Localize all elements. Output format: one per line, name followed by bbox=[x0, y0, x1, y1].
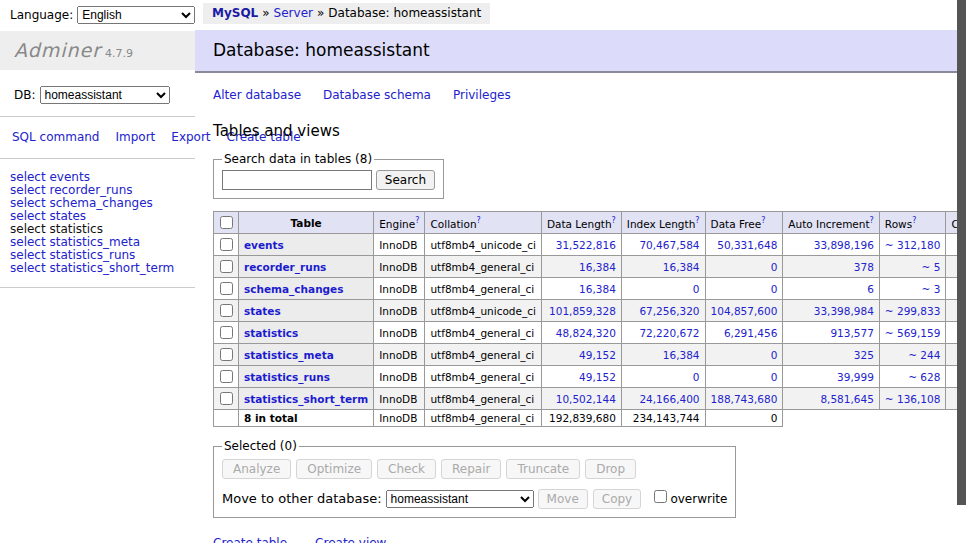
optimize-button[interactable]: Optimize bbox=[296, 459, 372, 479]
column-header-collation: Collation? bbox=[425, 212, 541, 234]
content: Alter databaseDatabase schemaPrivileges … bbox=[195, 88, 957, 543]
move-button[interactable]: Move bbox=[538, 489, 588, 509]
collation-cell: utf8mb4_general_ci bbox=[425, 344, 541, 366]
index-length-cell: 72,220,672 bbox=[621, 322, 705, 344]
auto-increment-cell: 325 bbox=[783, 344, 880, 366]
column-help-link[interactable]: ? bbox=[415, 216, 419, 225]
row-select-cell bbox=[214, 366, 239, 388]
link-privileges[interactable]: Privileges bbox=[453, 88, 511, 102]
truncate-button[interactable]: Truncate bbox=[506, 459, 580, 479]
repair-button[interactable]: Repair bbox=[441, 459, 501, 479]
total-engine-cell: InnoDB bbox=[374, 410, 425, 427]
table-link-states[interactable]: states bbox=[244, 305, 281, 317]
link-create-view[interactable]: Create view bbox=[315, 536, 386, 543]
overwrite-checkbox[interactable] bbox=[654, 490, 667, 503]
table-row-events: eventsInnoDButf8mb4_unicode_ci31,522,816… bbox=[214, 234, 966, 256]
engine-cell: InnoDB bbox=[374, 388, 425, 410]
column-help-link[interactable]: ? bbox=[695, 216, 699, 225]
column-header-engine: Engine? bbox=[374, 212, 425, 234]
copy-button[interactable]: Copy bbox=[593, 489, 641, 509]
column-help-link[interactable]: ? bbox=[870, 216, 874, 225]
row-checkbox-statistics_short_term[interactable] bbox=[220, 392, 233, 405]
table-name-cell: events bbox=[239, 234, 374, 256]
total-collation-cell: utf8mb4_general_ci bbox=[425, 410, 541, 427]
total-data-length-cell: 192,839,680 bbox=[541, 410, 621, 427]
index-length-cell: 24,166,400 bbox=[621, 388, 705, 410]
tables-overview-table: TableEngine?Collation?Data Length?Index … bbox=[213, 211, 966, 427]
column-help-link[interactable]: ? bbox=[477, 216, 481, 225]
table-row-statistics_short_term: statistics_short_termInnoDButf8mb4_gener… bbox=[214, 388, 966, 410]
link-create-table[interactable]: Create table bbox=[213, 536, 287, 543]
row-select-cell bbox=[214, 344, 239, 366]
page-title-bar: Database: homeassistant bbox=[195, 30, 957, 73]
table-total-row: 8 in totalInnoDButf8mb4_general_ci192,83… bbox=[214, 410, 966, 427]
index-length-cell: 0 bbox=[621, 278, 705, 300]
overwrite-option: overwrite bbox=[650, 492, 727, 506]
vertical-scrollbar[interactable] bbox=[957, 0, 966, 543]
search-input[interactable] bbox=[222, 170, 372, 190]
table-link-statistics_runs[interactable]: statistics_runs bbox=[244, 371, 330, 383]
sidebar-link-sql-command[interactable]: SQL command bbox=[12, 130, 99, 144]
table-link-events[interactable]: events bbox=[244, 239, 284, 251]
row-checkbox-states[interactable] bbox=[220, 304, 233, 317]
data-length-cell: 49,152 bbox=[541, 366, 621, 388]
sidebar-select-statistics_short_term[interactable]: select statistics_short_term bbox=[10, 262, 195, 275]
selected-fieldset: Selected (0) AnalyzeOptimizeCheckRepairT… bbox=[213, 439, 736, 518]
column-help-link[interactable]: ? bbox=[761, 216, 765, 225]
table-link-statistics_short_term[interactable]: statistics_short_term bbox=[244, 393, 368, 405]
drop-button[interactable]: Drop bbox=[585, 459, 636, 479]
search-fieldset: Search data in tables (8) Search bbox=[213, 152, 444, 199]
table-link-schema_changes[interactable]: schema_changes bbox=[244, 283, 344, 295]
table-row-recorder_runs: recorder_runsInnoDButf8mb4_general_ci16,… bbox=[214, 256, 966, 278]
link-database-schema[interactable]: Database schema bbox=[323, 88, 431, 102]
column-header-rows: Rows? bbox=[879, 212, 946, 234]
data-free-cell: 0 bbox=[705, 256, 783, 278]
row-select-cell bbox=[214, 256, 239, 278]
table-row-statistics_meta: statistics_metaInnoDButf8mb4_general_ci4… bbox=[214, 344, 966, 366]
move-db-select[interactable]: homeassistant bbox=[386, 490, 534, 508]
sidebar-link-import[interactable]: Import bbox=[115, 130, 155, 144]
row-checkbox-statistics_meta[interactable] bbox=[220, 348, 233, 361]
table-link-recorder_runs[interactable]: recorder_runs bbox=[244, 261, 326, 273]
language-select[interactable]: English bbox=[77, 6, 195, 24]
column-help-link[interactable]: ? bbox=[612, 216, 616, 225]
engine-cell: InnoDB bbox=[374, 256, 425, 278]
table-link-statistics_meta[interactable]: statistics_meta bbox=[244, 349, 334, 361]
search-legend: Search data in tables (8) bbox=[222, 152, 374, 166]
row-checkbox-statistics_runs[interactable] bbox=[220, 370, 233, 383]
column-header-label: Table bbox=[291, 217, 322, 229]
link-alter-database[interactable]: Alter database bbox=[213, 88, 301, 102]
rows-count-cell: ~ 628 bbox=[879, 366, 946, 388]
database-action-links: Alter databaseDatabase schemaPrivileges bbox=[213, 88, 957, 102]
table-link-statistics[interactable]: statistics bbox=[244, 327, 298, 339]
row-select-cell bbox=[214, 300, 239, 322]
analyze-button[interactable]: Analyze bbox=[222, 459, 291, 479]
data-length-cell: 10,502,144 bbox=[541, 388, 621, 410]
select-all-checkbox[interactable] bbox=[220, 216, 233, 229]
column-help-link[interactable]: ? bbox=[912, 216, 916, 225]
row-checkbox-schema_changes[interactable] bbox=[220, 282, 233, 295]
collation-cell: utf8mb4_general_ci bbox=[425, 256, 541, 278]
row-checkbox-statistics[interactable] bbox=[220, 326, 233, 339]
row-checkbox-recorder_runs[interactable] bbox=[220, 260, 233, 273]
collation-cell: utf8mb4_general_ci bbox=[425, 278, 541, 300]
db-select[interactable]: homeassistant bbox=[40, 86, 170, 104]
language-label: Language: bbox=[10, 8, 73, 22]
breadcrumb-mysql-link[interactable]: MySQL bbox=[212, 6, 258, 20]
table-name-cell: recorder_runs bbox=[239, 256, 374, 278]
row-checkbox-events[interactable] bbox=[220, 238, 233, 251]
scrollbar-thumb[interactable] bbox=[957, 0, 966, 505]
topbar: MySQL»Server»Database: homeassistant bbox=[195, 0, 957, 30]
check-button[interactable]: Check bbox=[377, 459, 436, 479]
tables-heading: Tables and views bbox=[213, 122, 957, 140]
create-links: Create tableCreate view bbox=[213, 536, 957, 543]
breadcrumb-server-link[interactable]: Server bbox=[274, 6, 313, 20]
rows-count-cell: ~ 312,180 bbox=[879, 234, 946, 256]
search-button[interactable]: Search bbox=[376, 170, 435, 190]
sidebar-divider bbox=[0, 287, 195, 288]
table-header-row: TableEngine?Collation?Data Length?Index … bbox=[214, 212, 966, 234]
auto-increment-cell: 913,577 bbox=[783, 322, 880, 344]
data-length-cell: 101,859,328 bbox=[541, 300, 621, 322]
selected-action-buttons: AnalyzeOptimizeCheckRepairTruncateDrop bbox=[222, 459, 727, 479]
table-name-cell: statistics_meta bbox=[239, 344, 374, 366]
